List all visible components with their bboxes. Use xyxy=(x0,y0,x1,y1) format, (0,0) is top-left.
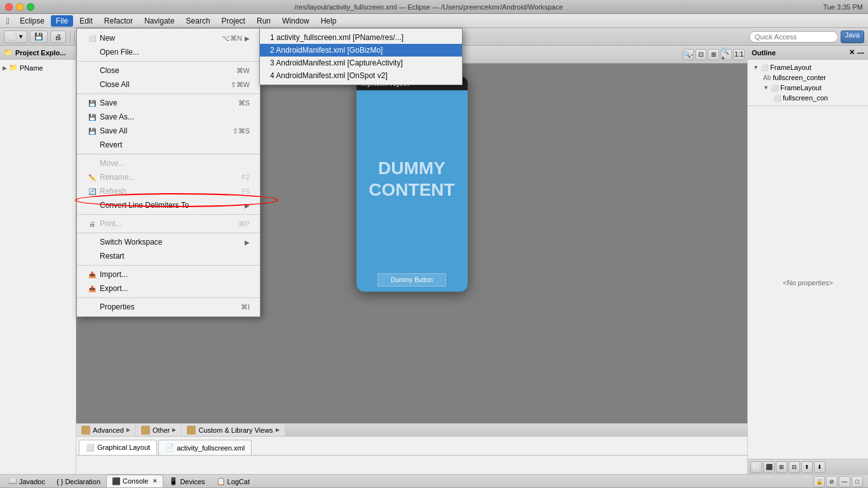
zoom-in-button[interactable]: 🔍+ xyxy=(721,49,732,60)
framelayout-2-label: FrameLayout xyxy=(780,84,822,92)
bottom-tabs: 📖 Javadoc { } Declaration ⬛ Console ✕ 📱 … xyxy=(0,475,868,488)
window-menu[interactable]: Window xyxy=(277,15,315,27)
eclipse-menu[interactable]: Eclipse xyxy=(15,15,50,27)
recent-file-1[interactable]: 1 activity_fullscreen.xml [PName/res/...… xyxy=(260,31,462,44)
recent-file-4[interactable]: 4 AndroidManifest.xml [OnSpot v2] xyxy=(260,69,462,82)
minimize-button[interactable] xyxy=(16,3,24,11)
console-scroll-lock[interactable]: 🔒 xyxy=(813,476,825,487)
edit-menu[interactable]: Edit xyxy=(74,15,98,27)
new-button[interactable]: ⬜ ▾ xyxy=(4,30,27,43)
maximize-button[interactable] xyxy=(27,3,34,11)
outline-close-icon[interactable]: ✕ xyxy=(849,48,855,57)
refactor-menu[interactable]: Refactor xyxy=(99,15,138,27)
custom-library-section[interactable]: Custom & Library Views ▶ xyxy=(182,424,285,436)
menu-new[interactable]: ⬜ New ⌥⌘N ▶ xyxy=(77,31,260,45)
menu-save[interactable]: 💾 Save ⌘S xyxy=(77,96,260,110)
devices-icon: 📱 xyxy=(169,477,178,485)
print-toolbar-button[interactable]: 🖨 xyxy=(50,30,66,43)
close-button[interactable] xyxy=(5,3,13,11)
advanced-expand-icon: ▶ xyxy=(126,427,130,433)
menu-revert[interactable]: Revert xyxy=(77,138,260,152)
run-menu[interactable]: Run xyxy=(252,15,276,27)
graphical-layout-tab[interactable]: ⬜ Graphical Layout xyxy=(79,440,157,455)
outline-header: Outline ✕ — xyxy=(748,46,868,60)
recent-file-2[interactable]: 2 AndroidManifest.xml [GoBizMo] xyxy=(260,44,462,57)
text-1-label: fullscreen_conter xyxy=(773,74,826,81)
recent-file-3[interactable]: 3 AndroidManifest.xml [CaptureActivity] xyxy=(260,57,462,69)
bottom-panel-controls: 🔒 ⊘ — □ xyxy=(811,476,865,487)
zoom-fit-button[interactable]: ⊞ xyxy=(708,49,719,60)
palette-area: Advanced ▶ Other ▶ Custom & Library View… xyxy=(76,423,747,474)
navigate-menu[interactable]: Navigate xyxy=(139,15,179,27)
menu-refresh: 🔄 Refresh F5 xyxy=(77,184,260,198)
expand-arrow-2[interactable]: ▼ xyxy=(763,85,769,91)
outline-item-framelayout-2[interactable]: ▼ ⬜ FrameLayout xyxy=(750,83,865,93)
xml-label: activity_fullscreen.xml xyxy=(177,444,245,452)
menu-restart[interactable]: Restart xyxy=(77,249,260,263)
menu-close-all[interactable]: Close All ⇧⌘W xyxy=(77,78,260,92)
menu-save-all[interactable]: 💾 Save All ⇧⌘S xyxy=(77,124,260,138)
phone-screen[interactable]: DUMMY CONTENT xyxy=(356,90,468,268)
console-min[interactable]: — xyxy=(839,476,850,487)
tree-expand-arrow[interactable]: ▶ xyxy=(3,65,7,71)
search-menu[interactable]: Search xyxy=(181,15,215,27)
outline-item-text-2[interactable]: ⬜ fullscreen_con xyxy=(750,93,865,103)
quick-access-input[interactable] xyxy=(749,31,838,43)
javadoc-tab[interactable]: 📖 Javadoc xyxy=(3,475,51,487)
outline-tool-3[interactable]: ⊞ xyxy=(776,461,787,473)
console-close-icon[interactable]: ✕ xyxy=(153,478,158,484)
outline-tool-4[interactable]: ⊟ xyxy=(789,461,800,473)
other-section[interactable]: Other ▶ xyxy=(136,424,182,436)
outline-tool-2[interactable]: ⬛ xyxy=(763,461,775,473)
xml-tab[interactable]: 📄 activity_fullscreen.xml xyxy=(158,440,252,455)
outline-item-framelayout-1[interactable]: ▼ ⬜ FrameLayout xyxy=(750,62,865,72)
menu-close[interactable]: Close ⌘W xyxy=(77,64,260,78)
outline-tree: ▼ ⬜ FrameLayout Ab fullscreen_conter ▼ ⬜… xyxy=(748,60,868,105)
dummy-button[interactable]: Dummy Button xyxy=(377,273,446,287)
project-menu[interactable]: Project xyxy=(217,15,250,27)
outline-item-text-1[interactable]: Ab fullscreen_conter xyxy=(750,72,865,83)
console-label: Console xyxy=(123,477,148,485)
console-max[interactable]: □ xyxy=(851,476,863,487)
zoom-reset-button[interactable]: ⊡ xyxy=(695,49,707,60)
file-menu-dropdown: ⬜ New ⌥⌘N ▶ Open File... Close ⌘W Close … xyxy=(76,28,261,317)
logcat-icon: 📋 xyxy=(217,477,226,485)
menu-switch-workspace[interactable]: Switch Workspace ▶ xyxy=(77,235,260,249)
menu-save-as[interactable]: 💾 Save As... xyxy=(77,110,260,124)
separator-4 xyxy=(77,214,260,215)
pname-tree-item[interactable]: ▶ 📁 PName xyxy=(3,62,73,73)
xml-icon: 📄 xyxy=(165,444,174,452)
menu-export[interactable]: 📤 Export... xyxy=(77,281,260,295)
expand-arrow-1[interactable]: ▼ xyxy=(753,64,759,71)
menu-import[interactable]: 📥 Import... xyxy=(77,268,260,281)
devices-tab[interactable]: 📱 Devices xyxy=(163,475,210,487)
declaration-icon: { } xyxy=(57,478,63,485)
console-clear[interactable]: ⊘ xyxy=(826,476,837,487)
help-menu[interactable]: Help xyxy=(316,15,342,27)
java-perspective-button[interactable]: Java xyxy=(841,30,864,43)
file-menu[interactable]: File xyxy=(51,15,73,27)
advanced-section[interactable]: Advanced ▶ xyxy=(76,424,136,436)
declaration-tab[interactable]: { } Declaration xyxy=(51,475,106,487)
advanced-label: Advanced xyxy=(93,426,124,434)
menu-open-file[interactable]: Open File... xyxy=(77,45,260,59)
zoom-actual-button[interactable]: 1:1 xyxy=(733,49,745,60)
save-toolbar-button[interactable]: 💾 xyxy=(30,30,48,43)
menu-print: 🖨 Print... ⌘P xyxy=(77,217,260,231)
outline-toolbar: ⬜ ⬛ ⊞ ⊟ ⬆ ⬇ xyxy=(748,459,868,474)
outline-tool-5[interactable]: ⬆ xyxy=(801,461,813,473)
javadoc-icon: 📖 xyxy=(8,477,17,485)
separator-7 xyxy=(77,297,260,298)
advanced-icon xyxy=(81,426,90,435)
menu-bar:  Eclipse File Edit Refactor Navigate Se… xyxy=(0,14,868,28)
graphical-layout-icon: ⬜ xyxy=(86,444,95,452)
menu-properties[interactable]: Properties ⌘I xyxy=(77,300,260,314)
menu-convert-line[interactable]: Convert Line Delimiters To ▶ xyxy=(77,198,260,212)
logcat-tab[interactable]: 📋 LogCat xyxy=(211,475,255,487)
zoom-out-button[interactable]: 🔍- xyxy=(682,49,694,60)
outline-tool-1[interactable]: ⬜ xyxy=(750,461,762,473)
apple-menu[interactable]:  xyxy=(3,16,13,26)
outline-min-icon[interactable]: — xyxy=(857,49,864,57)
console-tab[interactable]: ⬛ Console ✕ xyxy=(106,475,163,487)
outline-tool-6[interactable]: ⬇ xyxy=(814,461,825,473)
